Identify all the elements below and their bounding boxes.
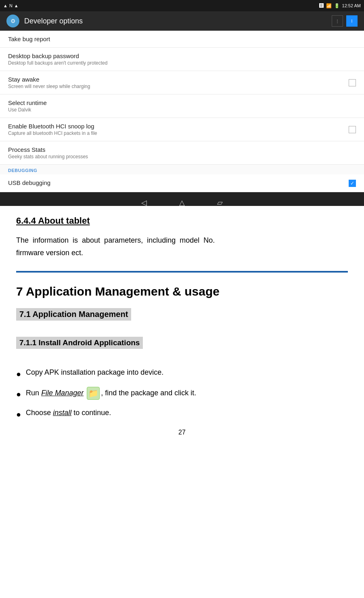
time-display: 12:52 AM — [342, 3, 361, 8]
status-bar: ▲ N ▲ 🅱 📶 🔋 12:52 AM — [0, 0, 364, 11]
file-manager-link[interactable]: File Manager — [41, 389, 84, 397]
bullet-item-1: ● Copy APK installation package into dev… — [16, 367, 348, 380]
signal-bars-icon: 📶 — [326, 3, 332, 8]
bullet-dot-1: ● — [16, 367, 21, 380]
section-71-heading-wrapper: 7.1 Application Management — [16, 308, 348, 329]
android-screenshot: ▲ N ▲ 🅱 📶 🔋 12:52 AM ⚙ Developer options… — [0, 0, 364, 206]
bluetooth-hci-checkbox[interactable] — [349, 126, 356, 133]
battery-icon: 🔋 — [334, 3, 340, 8]
bluetooth-hci-subtitle: Capture all bluetooth HCI packets in a f… — [8, 130, 349, 136]
section-644-body: The information is about parameters, inc… — [16, 234, 348, 259]
bug-report-title: Take bug report — [8, 36, 356, 42]
select-runtime-subtitle: Use Dalvik — [8, 107, 356, 113]
toggle-button[interactable]: I — [346, 15, 358, 27]
recent-button[interactable]: ▱ — [217, 198, 223, 206]
bullet-text-3: Choose install to continue. — [26, 407, 348, 419]
bluetooth-status-icon: 🅱 — [319, 3, 324, 8]
settings-item-backup-password[interactable]: Desktop backup password Desktop full bac… — [0, 48, 364, 71]
stay-awake-subtitle: Screen will never sleep while charging — [8, 84, 349, 89]
backup-password-title: Desktop backup password — [8, 52, 356, 59]
usb-debugging-checkbox[interactable]: ✓ — [349, 180, 356, 187]
section-7-heading: 7 Application Management & usage — [16, 285, 348, 298]
section-644-heading: 6.4.4 About tablet — [16, 216, 348, 226]
home-button[interactable]: △ — [179, 198, 185, 206]
settings-item-usb-debugging[interactable]: USB debugging ✓ — [0, 174, 364, 192]
developer-options-icon: ⚙ — [6, 15, 19, 27]
the-text: The — [16, 236, 29, 244]
settings-item-bluetooth-hci[interactable]: Enable Bluetooth HCI snoop log Capture a… — [0, 118, 364, 141]
bullet-text-2: Run File Manager , find the package and … — [26, 387, 348, 400]
process-stats-title: Process Stats — [8, 146, 356, 153]
section-711-heading: 7.1.1 Install Android Applications — [16, 337, 143, 349]
title-bar: ⚙ Developer options ⋮ I — [0, 11, 364, 31]
title-bar-text: Developer options — [24, 17, 327, 25]
install-steps-list: ● Copy APK installation package into dev… — [16, 367, 348, 421]
page-number: 27 — [16, 429, 348, 444]
select-runtime-title: Select runtime — [8, 99, 356, 106]
file-manager-icon — [87, 387, 100, 400]
settings-item-process-stats[interactable]: Process Stats Geeky stats about running … — [0, 141, 364, 165]
stay-awake-checkbox[interactable] — [349, 79, 356, 86]
section-71-heading: 7.1 Application Management — [16, 308, 131, 321]
process-stats-subtitle: Geeky stats about running processes — [8, 154, 356, 159]
bullet-text-1: Copy APK installation package into devic… — [26, 367, 348, 378]
settings-item-select-runtime[interactable]: Select runtime Use Dalvik — [0, 94, 364, 118]
section-711-heading-wrapper: 7.1.1 Install Android Applications — [16, 337, 348, 357]
signal-icon: N — [9, 3, 13, 8]
debugging-section-label: DEBUGGING — [0, 165, 364, 174]
status-bar-left: ▲ N ▲ — [3, 3, 19, 8]
section-divider — [16, 271, 348, 273]
bullet-item-3: ● Choose install to continue. — [16, 407, 348, 421]
title-bar-actions: ⋮ I — [332, 15, 358, 27]
backup-password-subtitle: Desktop full backups aren't currently pr… — [8, 60, 356, 66]
stay-awake-title: Stay awake — [8, 76, 349, 83]
settings-list: Take bug report Desktop backup password … — [0, 31, 364, 192]
document-content: 6.4.4 About tablet The information is ab… — [0, 206, 364, 454]
wifi-icon: ▲ — [3, 3, 8, 8]
bullet-dot-3: ● — [16, 408, 21, 421]
status-bar-right: 🅱 📶 🔋 12:52 AM — [319, 3, 361, 8]
nav-bar: ◁ △ ▱ — [0, 192, 364, 206]
settings-item-bug-report[interactable]: Take bug report — [0, 31, 364, 48]
install-link[interactable]: install — [53, 409, 71, 417]
bullet-dot-2: ● — [16, 388, 21, 401]
back-button[interactable]: ◁ — [141, 198, 147, 206]
triangle-icon: ▲ — [14, 3, 19, 8]
settings-item-stay-awake[interactable]: Stay awake Screen will never sleep while… — [0, 71, 364, 94]
bluetooth-hci-title: Enable Bluetooth HCI snoop log — [8, 123, 349, 130]
usb-debugging-title: USB debugging — [8, 179, 349, 186]
bullet-item-2: ● Run File Manager , find the package an… — [16, 387, 348, 401]
menu-button[interactable]: ⋮ — [332, 15, 343, 27]
